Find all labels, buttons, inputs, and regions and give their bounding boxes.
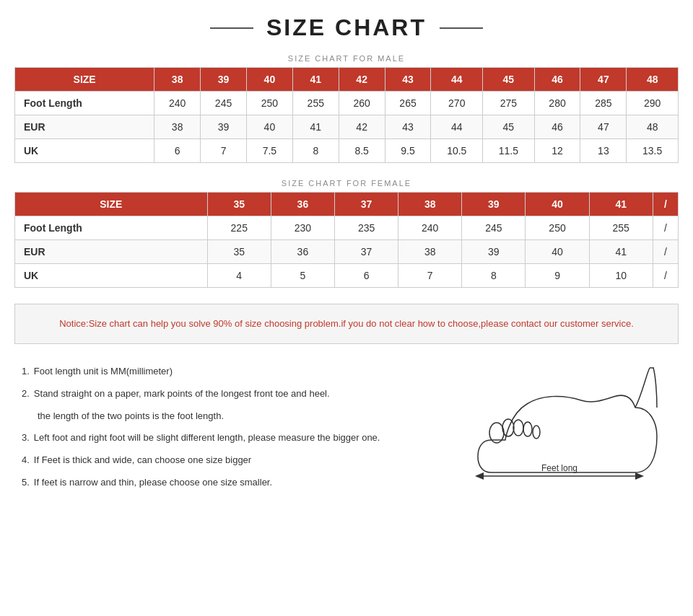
row-label: UK xyxy=(15,139,154,163)
table-cell: 47 xyxy=(580,115,627,139)
table-cell: 11.5 xyxy=(483,139,535,163)
table-header-cell: 44 xyxy=(431,68,483,92)
table-header-cell: / xyxy=(653,193,678,216)
female-size-table: SIZE35363738394041/ Foot Length225230235… xyxy=(14,192,679,288)
male-table-header: SIZE3839404142434445464748 xyxy=(15,68,679,92)
table-header-cell: 36 xyxy=(271,193,334,216)
table-cell: 7 xyxy=(201,139,247,163)
row-label: EUR xyxy=(15,115,154,139)
table-cell: 275 xyxy=(483,92,535,115)
table-cell: 13.5 xyxy=(627,139,679,163)
table-cell: 45 xyxy=(483,115,535,139)
table-header-cell: 37 xyxy=(334,193,398,216)
male-section-label: SIZE CHART FOR MALE xyxy=(14,54,679,63)
table-cell: 48 xyxy=(627,115,679,139)
table-cell: 230 xyxy=(271,216,334,240)
table-cell: 285 xyxy=(580,92,627,115)
table-header-cell: 39 xyxy=(201,68,247,92)
instructions-text: 1.Foot length unit is MM(millimeter)2.St… xyxy=(22,364,455,509)
table-cell: 8 xyxy=(462,264,526,288)
notice-box: Notice:Size chart can help you solve 90%… xyxy=(14,304,679,344)
table-cell: 250 xyxy=(246,92,292,115)
table-cell: 13 xyxy=(580,139,627,163)
table-row: EUR3839404142434445464748 xyxy=(15,115,679,139)
row-label: Foot Length xyxy=(15,216,208,240)
row-label: UK xyxy=(15,264,208,288)
table-cell: 44 xyxy=(431,115,483,139)
table-cell: 6 xyxy=(334,264,398,288)
table-cell: 39 xyxy=(462,240,526,264)
table-cell: / xyxy=(653,264,678,288)
table-cell: / xyxy=(653,240,678,264)
table-cell: 6 xyxy=(154,139,201,163)
svg-point-8 xyxy=(533,426,540,439)
table-cell: 43 xyxy=(385,115,431,139)
table-row: UK45678910/ xyxy=(15,264,679,288)
table-cell: 38 xyxy=(398,240,462,264)
table-header-cell: 48 xyxy=(627,68,679,92)
page-wrapper: SIZE CHART SIZE CHART FOR MALE SIZE38394… xyxy=(0,0,693,530)
svg-point-6 xyxy=(513,420,523,436)
table-cell: 12 xyxy=(534,139,580,163)
table-header-cell: 39 xyxy=(462,193,526,216)
table-header-cell: 47 xyxy=(580,68,627,92)
table-cell: 40 xyxy=(526,240,589,264)
table-cell: 7.5 xyxy=(246,139,292,163)
table-cell: 280 xyxy=(534,92,580,115)
title-line-right xyxy=(440,27,483,29)
table-cell: 5 xyxy=(271,264,334,288)
foot-diagram: Feet long xyxy=(469,364,671,509)
table-header-cell: 38 xyxy=(154,68,201,92)
svg-point-7 xyxy=(523,422,532,436)
table-cell: 250 xyxy=(526,216,589,240)
table-header-cell: 41 xyxy=(292,68,339,92)
table-cell: 9.5 xyxy=(385,139,431,163)
list-item: 3.Left foot and right foot will be sligh… xyxy=(22,431,455,446)
table-cell: 40 xyxy=(246,115,292,139)
title-row: SIZE CHART xyxy=(14,14,679,41)
table-cell: 240 xyxy=(154,92,201,115)
table-cell: 4 xyxy=(207,264,271,288)
table-header-cell: 38 xyxy=(398,193,462,216)
list-item: 4.If Feet is thick and wide, can choose … xyxy=(22,453,455,468)
table-cell: / xyxy=(653,216,678,240)
svg-text:Feet long: Feet long xyxy=(541,463,578,473)
table-cell: 240 xyxy=(398,216,462,240)
table-cell: 8.5 xyxy=(339,139,385,163)
table-cell: 260 xyxy=(339,92,385,115)
table-cell: 225 xyxy=(207,216,271,240)
page-title: SIZE CHART xyxy=(266,14,427,41)
table-header-cell: 43 xyxy=(385,68,431,92)
table-cell: 41 xyxy=(589,240,653,264)
table-cell: 10.5 xyxy=(431,139,483,163)
foot-illustration: Feet long xyxy=(469,364,671,509)
table-cell: 36 xyxy=(271,240,334,264)
table-cell: 39 xyxy=(201,115,247,139)
table-header-cell: 41 xyxy=(589,193,653,216)
table-header-cell: 42 xyxy=(339,68,385,92)
table-cell: 235 xyxy=(334,216,398,240)
table-cell: 46 xyxy=(534,115,580,139)
female-table-header: SIZE35363738394041/ xyxy=(15,193,679,216)
list-item-indent: the length of the two points is the foot… xyxy=(22,409,455,424)
table-row: Foot Length24024525025526026527027528028… xyxy=(15,92,679,115)
table-header-cell: 45 xyxy=(483,68,535,92)
svg-marker-2 xyxy=(635,472,644,480)
row-label: EUR xyxy=(15,240,208,264)
table-header-cell: SIZE xyxy=(15,68,154,92)
table-header-cell: 40 xyxy=(526,193,589,216)
table-cell: 9 xyxy=(526,264,589,288)
table-cell: 8 xyxy=(292,139,339,163)
table-cell: 255 xyxy=(292,92,339,115)
table-cell: 42 xyxy=(339,115,385,139)
notice-text: Notice:Size chart can help you solve 90%… xyxy=(59,318,634,329)
table-cell: 7 xyxy=(398,264,462,288)
instructions-list: 1.Foot length unit is MM(millimeter)2.St… xyxy=(22,364,455,490)
table-header-cell: 40 xyxy=(246,68,292,92)
table-cell: 37 xyxy=(334,240,398,264)
table-cell: 41 xyxy=(292,115,339,139)
list-item: 5.If feet is narrow and thin, please cho… xyxy=(22,475,455,490)
table-cell: 255 xyxy=(589,216,653,240)
table-header-cell: SIZE xyxy=(15,193,208,216)
instructions-section: 1.Foot length unit is MM(millimeter)2.St… xyxy=(14,357,679,509)
